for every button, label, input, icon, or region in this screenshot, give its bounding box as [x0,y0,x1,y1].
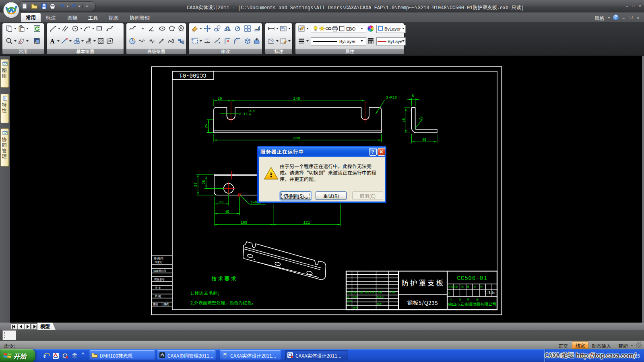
svg-text:件登记: 件登记 [155,260,163,264]
svg-text:45: 45 [402,118,406,123]
svg-text:描图: 描图 [153,302,158,306]
svg-text:年月日: 年月日 [389,290,396,294]
svg-text:25: 25 [204,124,208,128]
svg-text:数: 数 [461,285,464,288]
svg-text:S: S [448,291,450,295]
svg-text:描校: 描校 [163,302,169,306]
svg-text:5: 5 [412,94,414,98]
svg-text:第: 第 [467,298,469,301]
svg-text:1.棱边去毛刺；: 1.棱边去毛刺； [190,290,222,296]
svg-text:比: 比 [474,285,476,288]
svg-text:标准化: 标准化 [377,295,384,299]
svg-text:底图总号: 底图总号 [154,277,165,281]
svg-text:CC500-01: CC500-01 [179,72,206,78]
svg-text:日 期: 日 期 [155,294,161,298]
svg-text:处数: 处数 [353,290,357,294]
svg-text:佛山市云雀振动器有限公司: 佛山市云雀振动器有限公司 [448,301,496,307]
svg-text:签名: 签名 [378,290,382,294]
svg-text:25: 25 [219,200,224,204]
svg-text:45: 45 [422,138,427,142]
svg-text:标记: 标记 [347,290,352,294]
svg-text:CC500-01: CC500-01 [457,275,487,282]
svg-text:钢板5/Q235: 钢板5/Q235 [407,298,438,306]
svg-text:签 字: 签 字 [155,286,161,290]
svg-text:共: 共 [450,298,452,301]
svg-text:量: 量 [467,285,469,288]
svg-text:45: 45 [225,210,229,214]
svg-text:批准: 批准 [377,302,382,306]
svg-text:105: 105 [240,220,247,225]
svg-text:例: 例 [480,285,483,288]
svg-text:+0.5: +0.5 [248,110,255,113]
svg-text:121: 121 [303,220,310,225]
svg-text:1:1.5: 1:1.5 [484,290,495,295]
svg-text:2.外表面喷塑处理，颜色为红色。: 2.外表面喷塑处理，颜色为红色。 [190,299,256,306]
svg-text:标审: 标审 [353,295,357,299]
svg-text:工艺: 工艺 [347,302,352,306]
svg-text:10: 10 [218,97,222,101]
svg-text:阶段标记: 阶段标记 [448,285,458,288]
svg-text:旧底图总号: 旧底图总号 [153,269,167,273]
svg-text:批准: 批准 [353,306,357,309]
svg-text:更改文件号: 更改文件号 [365,290,377,294]
svg-text:设计: 设计 [347,295,352,299]
svg-text:2-11: 2-11 [239,112,248,116]
svg-text:分区: 分区 [359,290,363,294]
svg-text:0: 0 [249,113,251,116]
svg-text:张: 张 [476,298,479,301]
svg-text:张: 张 [459,298,461,301]
svg-text:11: 11 [418,115,424,121]
svg-text:25: 25 [202,180,206,185]
svg-text:37: 37 [194,183,198,187]
svg-text:2-R10: 2-R10 [386,96,397,100]
svg-text:技术要求: 技术要求 [211,274,237,282]
svg-text:300: 300 [293,136,300,140]
svg-text:240: 240 [293,97,300,101]
svg-text:防护罩支板: 防护罩支板 [401,277,445,288]
